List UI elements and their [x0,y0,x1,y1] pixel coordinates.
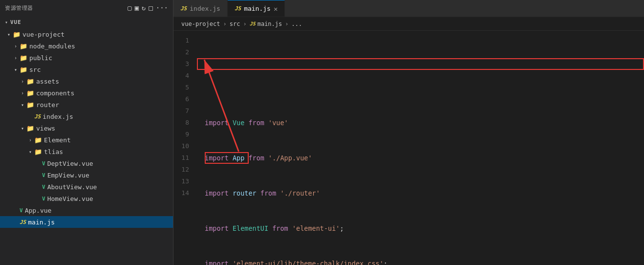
tree-label-element: Element [44,136,71,144]
tree-item-assets[interactable]: › 📁 assets [0,75,173,87]
folder-icon-tlias: 📁 [34,148,42,155]
code-line-2: import App from './App.vue' [205,152,636,164]
tree-item-src[interactable]: ▾ 📁 src [0,64,173,75]
folder-icon-public: 📁 [20,54,27,62]
tree-label-homeview: HomeView.vue [47,195,93,202]
sidebar-header: 资源管理器 ▢ ▣ ↻ □ ··· [0,0,173,16]
code-line-3: import router from './router' [205,187,636,199]
sidebar: 资源管理器 ▢ ▣ ↻ □ ··· ▾ VUE ▾ 📁 vue-project … [0,0,173,265]
tree-label-assets: assets [36,78,59,85]
js-icon-tab-index: JS [180,5,187,12]
tree-item-router-index[interactable]: JS index.js [0,110,173,122]
vue-icon-empview: V [42,172,45,178]
tree-label-tlias: tlias [44,148,63,155]
tree-item-aboutview[interactable]: V AboutView.vue [0,181,173,193]
tab-close-button[interactable]: ✕ [274,5,278,13]
tree-item-main-js[interactable]: JS main.js [0,216,173,228]
tree-item-components[interactable]: › 📁 components [0,87,173,99]
code-area: 1 2 3 4 5 6 7 8 9 10 11 12 13 14 import … [173,31,644,265]
tab-bar: JS index.js JS main.js ✕ [173,0,644,17]
breadcrumb-js-icon: JS [250,21,256,26]
js-icon-tab-main: JS [235,5,241,12]
explorer-title: 资源管理器 [5,4,33,12]
tree-label-node-modules: node_modules [29,43,75,50]
tree-item-app-vue[interactable]: V App.vue [0,204,173,216]
sidebar-header-icons: ▢ ▣ ↻ □ ··· [128,4,168,12]
breadcrumb: vue-project › src › JS main.js › ... [173,17,644,31]
folder-icon-components: 📁 [26,89,34,97]
refresh-icon[interactable]: ↻ [142,4,146,12]
editor: JS index.js JS main.js ✕ vue-project › s… [173,0,644,265]
line-numbers: 1 2 3 4 5 6 7 8 9 10 11 12 13 14 [173,31,197,265]
collapse-icon[interactable]: □ [149,4,152,12]
folder-icon-element: 📁 [34,136,42,144]
tree-label-deptview: DeptView.vue [47,160,93,167]
folder-icon-views: 📁 [26,125,34,132]
code-line-4: import ElementUI from 'element-ui'; [205,222,636,234]
tree-item-homeview[interactable]: V HomeView.vue [0,193,173,204]
svg-line-1 [204,60,238,152]
new-folder-icon[interactable]: ▣ [134,4,138,12]
section-vue-label: VUE [10,19,21,25]
code-line-5: import 'element-ui/lib/theme-chalk/index… [205,258,636,265]
tree-item-public[interactable]: › 📁 public [0,52,173,64]
tab-main-js-label: main.js [244,5,271,12]
tree-item-empview[interactable]: V EmpView.vue [0,169,173,181]
tree-label-components: components [36,89,74,97]
folder-icon-assets: 📁 [26,78,34,85]
tab-index-js-label: index.js [190,5,220,12]
vue-icon-homeview: V [42,196,45,202]
section-vue[interactable]: ▾ VUE [0,16,173,28]
vue-icon-deptview: V [42,160,45,167]
tree-label-app-vue: App.vue [25,207,52,214]
breadcrumb-project: vue-project [181,21,220,27]
tab-main-js[interactable]: JS main.js ✕ [228,0,285,17]
new-file-icon[interactable]: ▢ [128,4,131,12]
breadcrumb-file: main.js [258,21,282,27]
vue-icon-app: V [20,207,23,214]
tree-label-views: views [36,125,55,132]
tab-index-js[interactable]: JS index.js [173,0,228,17]
tree-label-src: src [29,66,41,73]
folder-icon-node-modules: 📁 [20,43,27,50]
folder-icon-router: 📁 [26,101,34,109]
tree-label-router-index: index.js [43,113,73,120]
tree-label-main-js: main.js [28,219,55,226]
tree-item-element[interactable]: › 📁 Element [0,134,173,146]
tree-label-empview: EmpView.vue [47,172,89,179]
code-line-1: import Vue from 'vue' [205,117,636,129]
tree-item-vue-project[interactable]: ▾ 📁 vue-project [0,28,173,40]
folder-icon-src: 📁 [20,66,27,73]
tree-item-views[interactable]: ▾ 📁 views [0,122,173,134]
code-content[interactable]: import Vue from 'vue' import App from '.… [197,31,644,265]
sidebar-tree: ▾ VUE ▾ 📁 vue-project › 📁 node_modules ›… [0,16,173,265]
vue-icon-aboutview: V [42,184,45,190]
tree-label-router: router [36,101,59,109]
tree-item-router[interactable]: ▾ 📁 router [0,99,173,110]
breadcrumb-src: src [230,21,240,27]
tree-item-deptview[interactable]: V DeptView.vue [0,157,173,169]
tree-label-vue-project: vue-project [22,31,64,38]
more-icon[interactable]: ··· [156,4,168,12]
tree-item-tlias[interactable]: ▾ 📁 tlias [0,146,173,157]
js-icon-main: JS [20,219,26,225]
tree-item-node-modules[interactable]: › 📁 node_modules [0,40,173,52]
breadcrumb-more: ... [292,21,302,27]
folder-icon: 📁 [13,31,21,38]
js-icon-router-index: JS [34,113,41,120]
tree-label-public: public [29,54,52,62]
tree-label-aboutview: AboutView.vue [47,183,97,191]
